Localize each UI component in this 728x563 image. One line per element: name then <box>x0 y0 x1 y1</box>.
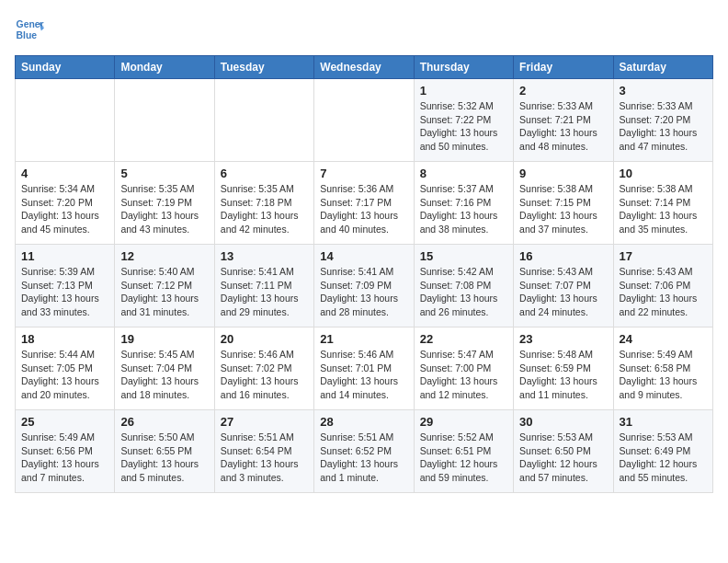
svg-text:Blue: Blue <box>17 30 38 40</box>
day-info: Sunrise: 5:38 AM Sunset: 7:15 PM Dayligh… <box>519 182 607 236</box>
calendar-cell: 16Sunrise: 5:43 AM Sunset: 7:07 PM Dayli… <box>514 245 613 327</box>
day-info: Sunrise: 5:35 AM Sunset: 7:19 PM Dayligh… <box>120 182 208 236</box>
day-number: 7 <box>320 167 407 180</box>
day-info: Sunrise: 5:47 AM Sunset: 7:00 PM Dayligh… <box>420 348 507 402</box>
day-info: Sunrise: 5:37 AM Sunset: 7:16 PM Dayligh… <box>420 182 507 236</box>
day-header-monday: Monday <box>115 56 214 79</box>
calendar-cell <box>214 79 313 162</box>
calendar-week-row: 11Sunrise: 5:39 AM Sunset: 7:13 PM Dayli… <box>16 245 713 327</box>
calendar-cell: 9Sunrise: 5:38 AM Sunset: 7:15 PM Daylig… <box>514 162 613 245</box>
calendar-cell: 29Sunrise: 5:52 AM Sunset: 6:51 PM Dayli… <box>414 410 513 493</box>
calendar-cell <box>16 79 115 162</box>
calendar-cell: 30Sunrise: 5:53 AM Sunset: 6:50 PM Dayli… <box>514 410 613 493</box>
calendar-cell: 19Sunrise: 5:45 AM Sunset: 7:04 PM Dayli… <box>115 327 214 410</box>
calendar-cell: 1Sunrise: 5:32 AM Sunset: 7:22 PM Daylig… <box>414 79 513 162</box>
day-info: Sunrise: 5:34 AM Sunset: 7:20 PM Dayligh… <box>21 182 108 236</box>
day-info: Sunrise: 5:32 AM Sunset: 7:22 PM Dayligh… <box>420 99 507 154</box>
calendar-cell: 7Sunrise: 5:36 AM Sunset: 7:17 PM Daylig… <box>314 162 414 245</box>
day-info: Sunrise: 5:33 AM Sunset: 7:21 PM Dayligh… <box>519 99 607 154</box>
day-info: Sunrise: 5:50 AM Sunset: 6:55 PM Dayligh… <box>120 431 208 485</box>
calendar-week-row: 25Sunrise: 5:49 AM Sunset: 6:56 PM Dayli… <box>16 410 713 493</box>
day-number: 16 <box>519 249 607 263</box>
day-info: Sunrise: 5:38 AM Sunset: 7:14 PM Dayligh… <box>620 182 707 236</box>
day-number: 19 <box>120 332 208 346</box>
logo-icon: General Blue <box>15 15 44 44</box>
day-number: 9 <box>519 167 607 180</box>
day-info: Sunrise: 5:41 AM Sunset: 7:09 PM Dayligh… <box>320 265 407 319</box>
calendar-cell: 17Sunrise: 5:43 AM Sunset: 7:06 PM Dayli… <box>613 245 712 327</box>
day-info: Sunrise: 5:43 AM Sunset: 7:06 PM Dayligh… <box>620 265 707 319</box>
calendar-cell: 4Sunrise: 5:34 AM Sunset: 7:20 PM Daylig… <box>16 162 115 245</box>
day-info: Sunrise: 5:41 AM Sunset: 7:11 PM Dayligh… <box>221 265 308 319</box>
calendar-cell: 21Sunrise: 5:46 AM Sunset: 7:01 PM Dayli… <box>314 327 414 410</box>
day-info: Sunrise: 5:35 AM Sunset: 7:18 PM Dayligh… <box>221 182 308 236</box>
calendar-cell: 25Sunrise: 5:49 AM Sunset: 6:56 PM Dayli… <box>16 410 115 493</box>
day-info: Sunrise: 5:49 AM Sunset: 6:58 PM Dayligh… <box>620 348 707 402</box>
day-number: 1 <box>420 84 507 98</box>
day-number: 10 <box>620 167 707 180</box>
day-info: Sunrise: 5:48 AM Sunset: 6:59 PM Dayligh… <box>519 348 607 402</box>
day-info: Sunrise: 5:53 AM Sunset: 6:50 PM Dayligh… <box>519 431 607 485</box>
logo: General Blue <box>15 15 48 44</box>
day-number: 13 <box>221 249 308 263</box>
day-number: 5 <box>120 167 208 180</box>
calendar-cell: 23Sunrise: 5:48 AM Sunset: 6:59 PM Dayli… <box>514 327 613 410</box>
day-info: Sunrise: 5:51 AM Sunset: 6:52 PM Dayligh… <box>320 431 407 485</box>
day-info: Sunrise: 5:36 AM Sunset: 7:17 PM Dayligh… <box>320 182 407 236</box>
calendar-cell <box>115 79 214 162</box>
calendar-cell: 27Sunrise: 5:51 AM Sunset: 6:54 PM Dayli… <box>214 410 313 493</box>
calendar-cell: 6Sunrise: 5:35 AM Sunset: 7:18 PM Daylig… <box>214 162 313 245</box>
calendar-cell: 11Sunrise: 5:39 AM Sunset: 7:13 PM Dayli… <box>16 245 115 327</box>
day-number: 30 <box>519 415 607 429</box>
calendar-cell: 5Sunrise: 5:35 AM Sunset: 7:19 PM Daylig… <box>115 162 214 245</box>
day-number: 6 <box>221 167 308 180</box>
day-number: 21 <box>320 332 407 346</box>
day-info: Sunrise: 5:39 AM Sunset: 7:13 PM Dayligh… <box>21 265 108 319</box>
day-info: Sunrise: 5:46 AM Sunset: 7:01 PM Dayligh… <box>320 348 407 402</box>
calendar-cell: 14Sunrise: 5:41 AM Sunset: 7:09 PM Dayli… <box>314 245 414 327</box>
page-header: General Blue <box>15 15 713 44</box>
day-number: 23 <box>519 332 607 346</box>
day-number: 27 <box>221 415 308 429</box>
day-info: Sunrise: 5:40 AM Sunset: 7:12 PM Dayligh… <box>120 265 208 319</box>
calendar-cell: 22Sunrise: 5:47 AM Sunset: 7:00 PM Dayli… <box>414 327 513 410</box>
calendar-header-row: SundayMondayTuesdayWednesdayThursdayFrid… <box>16 56 713 79</box>
day-info: Sunrise: 5:43 AM Sunset: 7:07 PM Dayligh… <box>519 265 607 319</box>
day-number: 2 <box>519 84 607 98</box>
calendar-cell <box>314 79 414 162</box>
calendar-cell: 31Sunrise: 5:53 AM Sunset: 6:49 PM Dayli… <box>613 410 712 493</box>
calendar-week-row: 4Sunrise: 5:34 AM Sunset: 7:20 PM Daylig… <box>16 162 713 245</box>
day-number: 25 <box>21 415 108 429</box>
day-number: 15 <box>420 249 507 263</box>
calendar-table: SundayMondayTuesdayWednesdayThursdayFrid… <box>15 55 713 493</box>
day-header-saturday: Saturday <box>613 56 712 79</box>
calendar-cell: 15Sunrise: 5:42 AM Sunset: 7:08 PM Dayli… <box>414 245 513 327</box>
day-header-sunday: Sunday <box>16 56 115 79</box>
calendar-week-row: 18Sunrise: 5:44 AM Sunset: 7:05 PM Dayli… <box>16 327 713 410</box>
calendar-week-row: 1Sunrise: 5:32 AM Sunset: 7:22 PM Daylig… <box>16 79 713 162</box>
day-header-thursday: Thursday <box>414 56 513 79</box>
day-header-friday: Friday <box>514 56 613 79</box>
day-number: 24 <box>620 332 707 346</box>
calendar-cell: 13Sunrise: 5:41 AM Sunset: 7:11 PM Dayli… <box>214 245 313 327</box>
day-number: 12 <box>120 249 208 263</box>
day-info: Sunrise: 5:53 AM Sunset: 6:49 PM Dayligh… <box>620 431 707 485</box>
calendar-cell: 2Sunrise: 5:33 AM Sunset: 7:21 PM Daylig… <box>514 79 613 162</box>
day-info: Sunrise: 5:52 AM Sunset: 6:51 PM Dayligh… <box>420 431 507 485</box>
day-info: Sunrise: 5:49 AM Sunset: 6:56 PM Dayligh… <box>21 431 108 485</box>
day-info: Sunrise: 5:33 AM Sunset: 7:20 PM Dayligh… <box>620 99 707 154</box>
calendar-cell: 8Sunrise: 5:37 AM Sunset: 7:16 PM Daylig… <box>414 162 513 245</box>
day-info: Sunrise: 5:44 AM Sunset: 7:05 PM Dayligh… <box>21 348 108 402</box>
day-number: 3 <box>620 84 707 98</box>
day-number: 29 <box>420 415 507 429</box>
day-number: 14 <box>320 249 407 263</box>
day-number: 26 <box>120 415 208 429</box>
day-info: Sunrise: 5:42 AM Sunset: 7:08 PM Dayligh… <box>420 265 507 319</box>
day-number: 17 <box>620 249 707 263</box>
day-number: 18 <box>21 332 108 346</box>
day-number: 20 <box>221 332 308 346</box>
day-info: Sunrise: 5:51 AM Sunset: 6:54 PM Dayligh… <box>221 431 308 485</box>
calendar-cell: 12Sunrise: 5:40 AM Sunset: 7:12 PM Dayli… <box>115 245 214 327</box>
day-info: Sunrise: 5:46 AM Sunset: 7:02 PM Dayligh… <box>221 348 308 402</box>
calendar-cell: 28Sunrise: 5:51 AM Sunset: 6:52 PM Dayli… <box>314 410 414 493</box>
